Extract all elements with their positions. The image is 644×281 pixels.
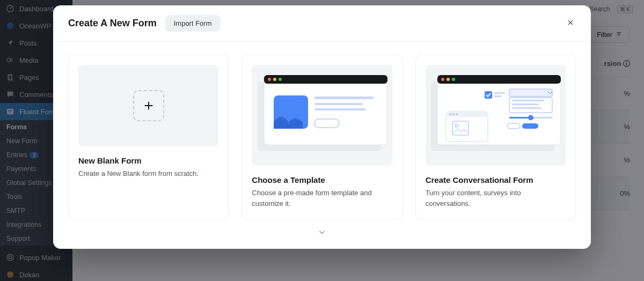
card-conversational-form[interactable]: Create Conversational Form Turn your con… xyxy=(415,55,576,220)
close-button[interactable] xyxy=(562,14,579,31)
svg-rect-34 xyxy=(509,89,552,97)
blank-form-illustration xyxy=(78,65,218,146)
svg-rect-31 xyxy=(485,91,492,99)
close-icon xyxy=(566,18,575,27)
card-title: Choose a Template xyxy=(252,175,392,184)
card-desc: Create a New Blank form from scratch. xyxy=(78,168,218,179)
template-illustration xyxy=(252,65,392,166)
card-desc: Turn your content, surveys into conversa… xyxy=(426,188,566,209)
svg-rect-23 xyxy=(314,108,365,110)
svg-point-28 xyxy=(441,78,444,81)
show-more-chevron[interactable] xyxy=(53,224,591,240)
svg-rect-45 xyxy=(446,112,488,117)
card-choose-template[interactable]: Choose a Template Choose a pre-made form… xyxy=(241,55,402,220)
svg-rect-43 xyxy=(522,123,538,129)
svg-point-48 xyxy=(456,113,458,115)
svg-rect-22 xyxy=(314,103,363,105)
plus-icon xyxy=(133,90,164,121)
modal-header: Create A New Form Import Form xyxy=(53,5,591,42)
svg-rect-32 xyxy=(494,92,505,94)
svg-rect-36 xyxy=(512,100,544,101)
svg-point-46 xyxy=(449,113,451,115)
svg-rect-33 xyxy=(494,95,502,97)
svg-rect-21 xyxy=(314,97,374,99)
svg-rect-16 xyxy=(264,75,387,84)
svg-rect-37 xyxy=(512,103,539,105)
svg-point-41 xyxy=(528,115,533,121)
svg-rect-38 xyxy=(512,107,541,109)
svg-point-18 xyxy=(273,78,276,81)
svg-point-17 xyxy=(268,78,271,81)
chevron-down-icon xyxy=(316,227,328,237)
import-form-button[interactable]: Import Form xyxy=(165,15,221,32)
svg-point-30 xyxy=(452,78,455,81)
modal-title: Create A New Form xyxy=(68,18,157,29)
svg-point-19 xyxy=(279,78,282,81)
svg-rect-27 xyxy=(437,75,561,84)
card-blank-form[interactable]: New Blank Form Create a New Blank form f… xyxy=(68,55,229,220)
card-desc: Choose a pre-made form template and cust… xyxy=(252,188,392,209)
card-title: Create Conversational Form xyxy=(426,175,566,184)
card-title: New Blank Form xyxy=(78,156,218,165)
card-row: New Blank Form Create a New Blank form f… xyxy=(53,42,591,224)
svg-point-29 xyxy=(447,78,450,81)
conversational-illustration xyxy=(426,65,566,166)
create-form-modal: Create A New Form Import Form New Blank … xyxy=(53,5,591,249)
modal-overlay[interactable]: Create A New Form Import Form New Blank … xyxy=(0,0,644,281)
svg-point-47 xyxy=(452,113,455,115)
svg-rect-40 xyxy=(509,117,531,119)
